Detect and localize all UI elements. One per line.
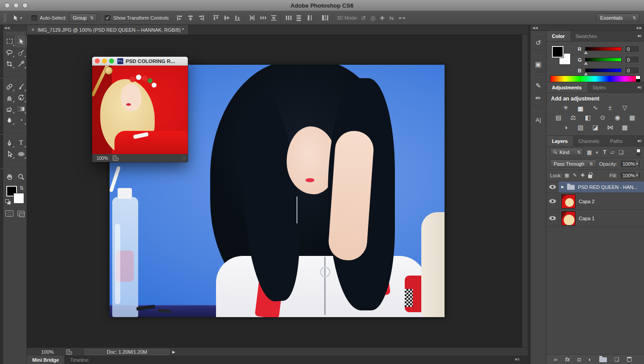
auto-select-checkbox[interactable] [31, 15, 37, 21]
filter-pixel-icon[interactable]: ▦ [587, 149, 592, 155]
group-name[interactable]: PSD RED QUEEN - HAN... [578, 184, 637, 190]
distribute-horizontal-centers-icon[interactable] [259, 14, 267, 21]
brightness-contrast-icon[interactable]: ☀ [560, 104, 571, 112]
strip-gripper[interactable] [533, 55, 544, 57]
eyedropper-tool[interactable] [15, 58, 27, 69]
filter-kind-dropdown[interactable]: Kind ⇅ [550, 148, 583, 156]
slider-thumb[interactable] [584, 72, 588, 75]
history-panel-button[interactable]: ↺ [532, 37, 545, 49]
blue-value-field[interactable]: 0 [624, 67, 640, 74]
tab-styles[interactable]: Styles [587, 82, 611, 92]
exposure-icon[interactable]: ± [605, 104, 615, 112]
camera-3d-icon[interactable]: ▰◄ [398, 16, 406, 20]
layer-row[interactable]: Capa 2 [547, 193, 644, 210]
align-right-edges-icon[interactable] [198, 14, 205, 21]
filter-adjustment-icon[interactable]: ◐ [596, 149, 599, 155]
ellipse-tool[interactable] [15, 148, 27, 159]
orbit-3d-icon[interactable]: ↺ [361, 15, 366, 21]
tool-preset-button[interactable]: ▾ [10, 13, 24, 22]
fill-field[interactable]: 100% ▾ [620, 172, 640, 180]
path-selection-tool[interactable] [4, 148, 15, 159]
panel-menu-icon[interactable]: ▾≡ [515, 357, 520, 362]
filter-toggle-switch[interactable] [636, 149, 640, 156]
gradient-map-icon[interactable]: ⋈ [605, 123, 615, 131]
slide-3d-icon[interactable]: ⇆ [389, 15, 394, 21]
tab-layers[interactable]: Layers [547, 136, 573, 146]
color-lookup-icon[interactable]: ▦ [627, 113, 638, 121]
posterize-icon[interactable]: ▨ [575, 123, 586, 131]
doc-info-icon[interactable] [66, 349, 72, 355]
layer-thumbnail[interactable] [561, 194, 576, 209]
new-adjustment-icon[interactable]: ◐ [588, 356, 591, 363]
canvas-scrollbar[interactable] [522, 35, 528, 347]
group-row-content[interactable]: ▶ PSD RED QUEEN - HAN... [559, 181, 644, 192]
photo-filter-icon[interactable]: ⊙ [597, 113, 608, 121]
distribute-left-edges-icon[interactable] [249, 14, 256, 21]
swap-colors-icon[interactable]: ⇄ [19, 186, 25, 190]
close-window-icon[interactable] [95, 59, 100, 63]
tab-paths[interactable]: Paths [605, 136, 628, 146]
panel-menu-icon[interactable]: ▾≡ [637, 33, 641, 38]
zoom-level-field[interactable]: 100% [41, 349, 66, 355]
blend-mode-dropdown[interactable]: Pass Through ⇅ [550, 159, 597, 168]
strip-gripper[interactable] [533, 76, 544, 78]
crop-tool[interactable] [4, 58, 15, 69]
lock-all-icon[interactable] [588, 175, 592, 178]
hand-tool[interactable] [4, 171, 15, 182]
properties-panel-button[interactable]: ▣ [532, 58, 545, 71]
tool-presets-panel-button[interactable]: ✎ [532, 79, 545, 92]
align-bottom-edges-icon[interactable] [234, 14, 241, 21]
color-balance-icon[interactable]: ⚖ [568, 113, 579, 121]
distribute-bottom-edges-icon[interactable] [306, 14, 314, 21]
character-panel-button[interactable]: A| [532, 113, 545, 126]
auto-align-layers-icon[interactable] [321, 14, 329, 21]
rectangular-marquee-tool[interactable] [4, 36, 15, 47]
tools-collapse-button[interactable]: ◀◀ [3, 25, 26, 31]
doc-info-icon[interactable] [113, 155, 119, 161]
collapse-dock-icon[interactable]: ◀◀ [532, 25, 538, 30]
new-layer-icon[interactable]: ❏ [614, 356, 619, 363]
default-colors-icon[interactable] [5, 199, 11, 205]
levels-icon[interactable]: ▅ [575, 104, 586, 112]
visibility-toggle[interactable] [547, 181, 559, 192]
tab-timeline[interactable]: Timeline [65, 356, 94, 364]
tab-swatches[interactable]: Swatches [570, 31, 602, 41]
canvas-area[interactable]: Ps PSD COLORING R... 100% [27, 35, 528, 347]
vibrance-icon[interactable]: ▽ [619, 104, 630, 112]
minimize-window-icon[interactable] [102, 59, 107, 63]
lock-transparency-icon[interactable]: ▦ [564, 172, 569, 178]
layer-row-group[interactable]: ▶ PSD RED QUEEN - HAN... [547, 181, 644, 193]
filter-shape-icon[interactable]: ▱ [610, 149, 614, 155]
show-transform-checkbox[interactable]: ✓ [105, 15, 110, 21]
visibility-toggle[interactable] [547, 193, 559, 209]
slider-thumb[interactable] [584, 62, 588, 65]
zoom-window-icon[interactable] [22, 3, 28, 8]
background-color-swatch[interactable] [13, 193, 24, 204]
move-tool[interactable] [15, 36, 27, 47]
delete-layer-icon[interactable] [627, 357, 631, 362]
opacity-field[interactable]: 100% ▾ [620, 160, 640, 168]
blue-slider[interactable] [585, 68, 622, 72]
panel-menu-icon[interactable]: ▾≡ [637, 138, 641, 143]
align-left-edges-icon[interactable] [176, 14, 183, 21]
link-layers-icon[interactable]: ∞ [554, 356, 558, 363]
align-top-edges-icon[interactable] [212, 14, 220, 21]
caret-icon[interactable]: ▾ [635, 161, 639, 167]
zoom-window-icon[interactable] [109, 59, 114, 63]
floating-zoom-level[interactable]: 100% [97, 156, 108, 161]
lock-position-icon[interactable]: ✚ [580, 172, 585, 178]
panel-menu-icon[interactable]: ▾≡ [637, 85, 641, 90]
tools-gripper[interactable] [6, 32, 24, 34]
layer-mask-icon[interactable]: ◘ [577, 356, 580, 363]
brush-tool[interactable] [15, 81, 27, 92]
layer-thumbnail[interactable] [561, 211, 576, 226]
threshold-icon[interactable]: ◪ [590, 123, 601, 131]
type-tool[interactable]: T [15, 137, 27, 148]
distribute-top-edges-icon[interactable] [285, 14, 292, 21]
pen-tool[interactable] [4, 137, 15, 148]
gradient-tool[interactable] [15, 103, 27, 114]
foreground-color-swatch[interactable] [552, 46, 564, 58]
distribute-vertical-centers-icon[interactable] [296, 14, 303, 21]
channel-mixer-icon[interactable]: ◉ [612, 113, 623, 121]
tab-color[interactable]: Color [547, 31, 570, 41]
